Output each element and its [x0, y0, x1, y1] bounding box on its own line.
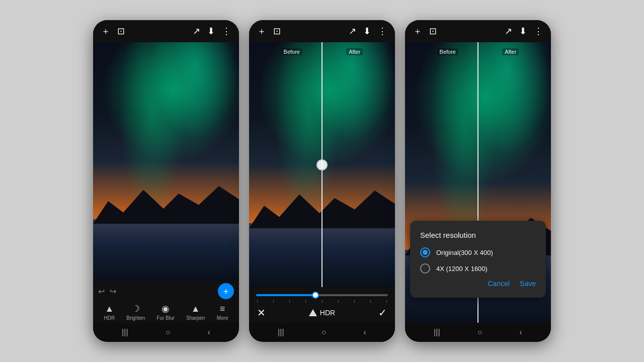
radio-option-4x[interactable]: 4X (1200 X 1600): [420, 263, 536, 274]
crop-icon[interactable]: ⊡: [117, 26, 125, 37]
divider-handle-2[interactable]: [316, 159, 328, 170]
tool-sharpen[interactable]: ▲ Sharpen: [186, 304, 205, 321]
water-layer-1: [93, 219, 239, 282]
hdr-triangle-icon: [309, 309, 317, 316]
toolbar-left-3: ＋ ⊡: [413, 25, 437, 37]
phone-3: ＋ ⊡ ↗ ⬇ ⋮ Before After Select resolution: [405, 20, 551, 342]
phone-1: ＋ ⊡ ↗ ⬇ ⋮ ↩ ↪ ＋ ▲ HDR: [93, 20, 239, 342]
brighten-label: Brighten: [126, 315, 145, 321]
tick-8: [370, 300, 371, 303]
radio-original-circle[interactable]: [420, 247, 430, 257]
crop-icon-3[interactable]: ⊡: [429, 26, 437, 37]
slider-ticks: [256, 300, 388, 303]
undo-redo: ↩ ↪: [98, 287, 116, 296]
more-icon-3[interactable]: ⋮: [534, 26, 543, 37]
after-label-2: After: [346, 48, 363, 55]
after-label-3: After: [502, 48, 519, 55]
cancel-button-dialog[interactable]: Cancel: [488, 280, 510, 288]
brighten-icon: ☽: [132, 303, 140, 314]
confirm-button-2[interactable]: ✓: [378, 307, 387, 319]
share-icon-2[interactable]: ↗: [349, 26, 356, 37]
add-icon-2[interactable]: ＋: [257, 25, 266, 37]
tool-hdr[interactable]: ▲ HDR: [104, 304, 115, 321]
hdr-label: HDR: [104, 315, 115, 321]
nav-home-icon[interactable]: ○: [166, 328, 171, 337]
radio-original-dot: [423, 250, 428, 255]
toolbar-left-1: ＋ ⊡: [101, 25, 125, 37]
add-icon-3[interactable]: ＋: [413, 25, 422, 37]
toolbar-3: ＋ ⊡ ↗ ⬇ ⋮: [405, 20, 551, 42]
nav-bars-icon-3[interactable]: |||: [434, 328, 440, 337]
furblur-label: Fur Blur: [156, 315, 175, 321]
nav-back-icon[interactable]: ‹: [208, 328, 210, 337]
share-icon[interactable]: ↗: [193, 26, 200, 37]
download-icon[interactable]: ⬇: [207, 26, 215, 37]
tick-4: [305, 300, 306, 303]
slider-thumb[interactable]: [312, 292, 319, 299]
tick-3: [289, 300, 290, 303]
slider-row-2: [249, 287, 395, 305]
download-icon-2[interactable]: ⬇: [363, 26, 371, 37]
bottom-nav-3: ||| ○ ‹: [405, 323, 551, 342]
tick-5: [322, 300, 323, 303]
save-button-dialog[interactable]: Save: [520, 280, 536, 288]
hdr-text: HDR: [320, 309, 335, 317]
before-label-2: Before: [281, 48, 302, 55]
phone-2: ＋ ⊡ ↗ ⬇ ⋮ Before After: [249, 20, 395, 342]
more-tools-label: More: [217, 315, 228, 321]
filter-tools-row: ▲ HDR ☽ Brighten ◉ Fur Blur ▲ Sharpen ≡ …: [93, 299, 239, 323]
tick-2: [273, 300, 274, 303]
sharpen-label: Sharpen: [186, 315, 205, 321]
toolbar-2: ＋ ⊡ ↗ ⬇ ⋮: [249, 20, 395, 42]
compare-divider-2[interactable]: [321, 42, 323, 287]
hdr-slider[interactable]: [256, 294, 388, 296]
bottom-controls-2: ✕ HDR ✓: [249, 287, 395, 323]
bottom-nav-2: ||| ○ ‹: [249, 323, 395, 342]
more-tools-icon: ≡: [220, 304, 225, 314]
more-icon[interactable]: ⋮: [222, 26, 231, 37]
resolution-dialog: Select resolution Original(300 X 400) 4X…: [410, 221, 546, 298]
radio-4x-circle[interactable]: [420, 263, 430, 274]
before-label-3: Before: [437, 48, 458, 55]
bottom-controls-1: ↩ ↪ ＋ ▲ HDR ☽ Brighten ◉ Fur Blur ▲ Shar…: [93, 281, 239, 323]
toolbar-right-2: ↗ ⬇ ⋮: [349, 26, 387, 37]
nav-bars-icon-2[interactable]: |||: [278, 328, 284, 337]
tick-9: [386, 300, 387, 303]
download-icon-3[interactable]: ⬇: [519, 26, 527, 37]
tick-1: [257, 300, 258, 303]
share-icon-3[interactable]: ↗: [505, 26, 512, 37]
cancel-button-2[interactable]: ✕: [257, 307, 266, 319]
sharpen-icon: ▲: [191, 304, 200, 314]
tick-6: [338, 300, 339, 303]
dialog-actions: Cancel Save: [420, 280, 536, 288]
crop-icon-2[interactable]: ⊡: [273, 26, 281, 37]
toolbar-right-3: ↗ ⬇ ⋮: [505, 26, 543, 37]
fab-button[interactable]: ＋: [218, 283, 234, 299]
nav-home-icon-3[interactable]: ○: [477, 328, 482, 337]
radio-option-original[interactable]: Original(300 X 400): [420, 247, 536, 257]
tool-more[interactable]: ≡ More: [217, 304, 228, 321]
action-row-2: ✕ HDR ✓: [249, 305, 395, 323]
undo-icon[interactable]: ↩: [98, 287, 105, 296]
tool-furblur[interactable]: ◉ Fur Blur: [156, 303, 175, 321]
radio-4x-label: 4X (1200 X 1600): [436, 265, 488, 273]
nav-home-icon-2[interactable]: ○: [321, 328, 327, 337]
toolbar-right-1: ↗ ⬇ ⋮: [193, 26, 231, 37]
image-area-3: Before After Select resolution Original(…: [405, 42, 551, 323]
slider-fill: [256, 294, 315, 296]
redo-icon[interactable]: ↪: [110, 287, 116, 296]
more-icon-2[interactable]: ⋮: [378, 26, 387, 37]
bottom-nav-1: ||| ○ ‹: [93, 323, 239, 342]
nav-back-icon-2[interactable]: ‹: [364, 328, 366, 337]
tool-brighten[interactable]: ☽ Brighten: [126, 303, 145, 321]
mountain-silhouette-1: [93, 178, 239, 224]
nav-back-icon-3[interactable]: ‹: [520, 328, 522, 337]
image-area-2: Before After: [249, 42, 395, 287]
toolbar-1: ＋ ⊡ ↗ ⬇ ⋮: [93, 20, 239, 42]
undo-redo-fab-row: ↩ ↪ ＋: [93, 281, 239, 299]
furblur-icon: ◉: [162, 303, 170, 314]
nav-bars-icon[interactable]: |||: [122, 328, 128, 337]
dialog-title: Select resolution: [420, 231, 536, 239]
toolbar-left-2: ＋ ⊡: [257, 25, 281, 37]
add-icon[interactable]: ＋: [101, 25, 110, 37]
